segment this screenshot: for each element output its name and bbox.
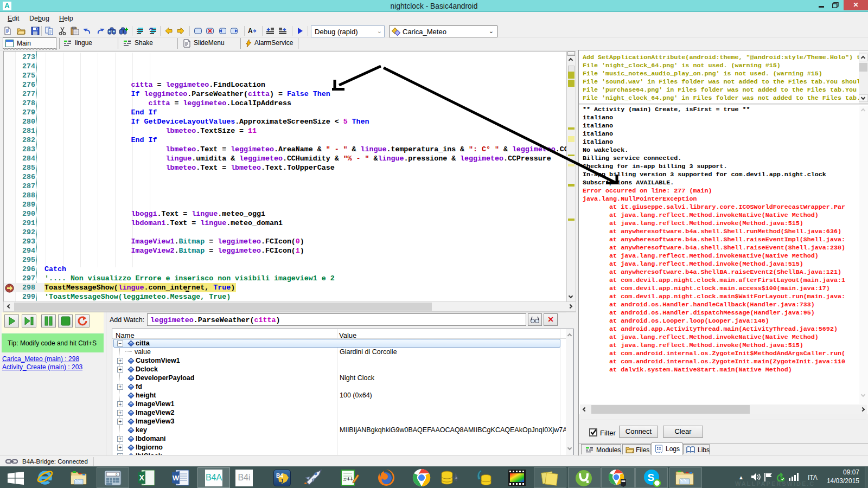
svg-text:J: J — [280, 478, 283, 484]
svg-text:X: X — [139, 473, 145, 482]
svg-text:A: A — [248, 27, 253, 35]
svg-text:♫++: ♫++ — [343, 476, 353, 482]
svg-text:S: S — [648, 472, 655, 483]
svg-text:W: W — [173, 474, 180, 482]
